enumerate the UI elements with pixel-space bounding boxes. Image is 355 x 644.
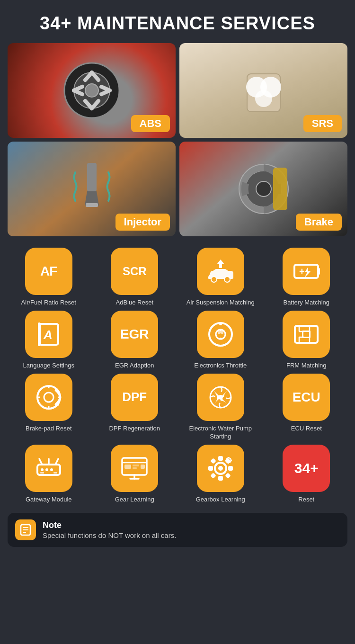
gateway-icon xyxy=(35,456,63,481)
icon-box-throttle xyxy=(197,311,244,358)
svg-point-2 xyxy=(85,84,98,97)
photo-srs: SRS xyxy=(179,43,347,138)
svg-rect-27 xyxy=(318,268,320,275)
icon-cell-gearbox[interactable]: Gearbox Learning xyxy=(179,445,262,504)
icon-cell-dpf[interactable]: DPF DPF Regeneration xyxy=(94,374,176,441)
af-text: AF xyxy=(40,264,57,279)
icon-cell-battery[interactable]: + Battery Matching xyxy=(266,248,348,307)
srs-label: SRS xyxy=(303,115,342,132)
egr-label: EGR Adaption xyxy=(115,362,154,370)
icon-cell-adblue[interactable]: SCR AdBlue Reset xyxy=(94,248,176,307)
icon-box-battery: + xyxy=(283,248,330,295)
brake-pad-icon xyxy=(35,384,62,411)
icon-cell-ecu[interactable]: ECU ECU Reset xyxy=(266,374,348,441)
water-pump-label: Electronic Water Pump Starting xyxy=(179,425,262,441)
svg-rect-17 xyxy=(86,203,98,207)
egr-text: EGR xyxy=(120,327,149,342)
svg-point-20 xyxy=(256,181,271,197)
gear-learning-label: Gear Learning xyxy=(115,496,154,504)
svg-point-50 xyxy=(37,386,60,409)
scr-text: SCR xyxy=(123,265,147,278)
svg-rect-84 xyxy=(210,473,216,479)
icon-box-egr: EGR xyxy=(111,311,158,358)
battery-label: Battery Matching xyxy=(283,299,329,307)
svg-rect-67 xyxy=(53,472,57,474)
brake-label: Brake xyxy=(296,214,342,231)
svg-marker-22 xyxy=(217,259,224,264)
gearbox-label: Gearbox Learning xyxy=(196,496,245,504)
throttle-icon xyxy=(207,321,234,348)
svg-point-34 xyxy=(219,322,222,325)
icon-box-frm xyxy=(283,311,330,358)
svg-rect-23 xyxy=(219,264,222,268)
svg-rect-70 xyxy=(124,465,131,469)
ecu-label: ECU Reset xyxy=(291,425,322,433)
svg-point-77 xyxy=(218,466,223,471)
frm-icon xyxy=(293,322,320,347)
svg-point-25 xyxy=(224,277,230,282)
car-up-icon xyxy=(206,259,235,285)
language-label: Language Settings xyxy=(23,362,74,370)
icon-box-language: A xyxy=(25,311,72,358)
icon-cell-air-fuel[interactable]: AF Air/Fuel Ratio Reset xyxy=(8,248,90,307)
battery-icon: + xyxy=(293,259,320,284)
abs-label: ABS xyxy=(131,115,170,132)
throttle-label: Electronics Throttle xyxy=(194,362,247,370)
svg-rect-15 xyxy=(87,163,97,191)
icon-box-adblue: SCR xyxy=(111,248,158,295)
svg-rect-73 xyxy=(141,465,145,469)
icon-box-brake-pad xyxy=(25,374,72,421)
svg-point-24 xyxy=(211,277,217,282)
icon-box-reset34: 34+ xyxy=(283,445,330,492)
pump-icon xyxy=(207,384,234,411)
air-suspension-label: Air Suspension Matching xyxy=(186,299,255,307)
svg-point-65 xyxy=(50,468,53,471)
reset34-label: Reset xyxy=(298,496,314,504)
icon-box-water-pump xyxy=(197,374,244,421)
icon-box-gearbox xyxy=(197,445,244,492)
gear-learn-icon xyxy=(121,456,148,481)
gearbox-icon xyxy=(207,455,234,482)
icon-cell-egr[interactable]: EGR EGR Adaption xyxy=(94,311,176,370)
svg-rect-78 xyxy=(218,456,223,461)
icon-grid: AF Air/Fuel Ratio Reset SCR AdBlue Reset… xyxy=(0,244,355,507)
svg-point-64 xyxy=(45,468,48,471)
svg-rect-82 xyxy=(210,458,216,464)
svg-rect-72 xyxy=(133,467,137,469)
photo-brake: Brake xyxy=(179,142,347,236)
frm-label: FRM Matching xyxy=(286,362,327,370)
icon-cell-gear-learning[interactable]: Gear Learning xyxy=(94,445,176,504)
svg-text:A: A xyxy=(43,328,53,342)
note-description: Special functions do NOT work on all car… xyxy=(43,531,176,539)
svg-text:+: + xyxy=(299,266,305,277)
photo-injector: Injector xyxy=(8,142,176,236)
svg-rect-49 xyxy=(303,332,309,337)
injector-label: Injector xyxy=(115,214,170,231)
gateway-label: Gateway Module xyxy=(26,496,72,504)
photo-abs: ABS xyxy=(8,43,176,138)
svg-rect-21 xyxy=(273,168,287,210)
svg-rect-79 xyxy=(218,476,223,481)
icon-cell-throttle[interactable]: Electronics Throttle xyxy=(179,311,262,370)
icon-cell-language[interactable]: A Language Settings xyxy=(8,311,90,370)
icon-cell-brake-pad[interactable]: Brake-pad Reset xyxy=(8,374,90,441)
air-fuel-label: Air/Fuel Ratio Reset xyxy=(21,299,76,307)
svg-point-14 xyxy=(255,90,272,107)
reset34-text: 34+ xyxy=(294,460,319,476)
note-bar: Note Special functions do NOT work on al… xyxy=(8,513,347,547)
ecu-text: ECU xyxy=(293,390,320,405)
dpf-label: DPF Regeneration xyxy=(109,425,160,433)
icon-cell-air-suspension[interactable]: Air Suspension Matching xyxy=(179,248,262,307)
icon-box-air-suspension xyxy=(197,248,244,295)
page-title: 34+ MAINTENANCE SERVICES xyxy=(0,0,355,43)
icon-cell-reset34[interactable]: 34+ Reset xyxy=(266,445,348,504)
language-icon: A xyxy=(36,321,62,348)
icon-cell-frm[interactable]: FRM Matching xyxy=(266,311,348,370)
svg-rect-85 xyxy=(225,473,231,479)
icon-cell-water-pump[interactable]: Electronic Water Pump Starting xyxy=(179,374,262,441)
icon-cell-gateway[interactable]: Gateway Module xyxy=(8,445,90,504)
icon-box-gateway xyxy=(25,445,72,492)
svg-rect-66 xyxy=(40,472,44,474)
note-title: Note xyxy=(43,520,176,530)
note-icon xyxy=(15,519,36,540)
